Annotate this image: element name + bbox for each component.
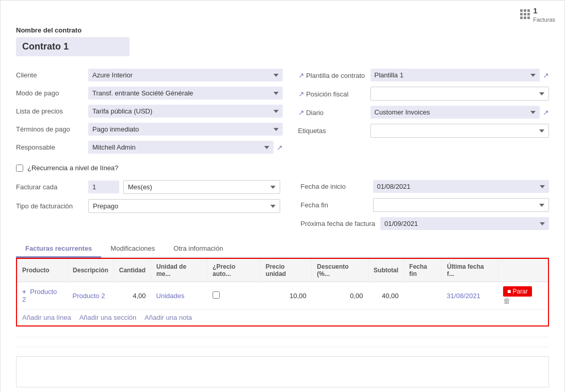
responsable-external-link-icon[interactable]: ↗ — [277, 143, 283, 152]
delete-icon[interactable]: 🗑 — [503, 297, 510, 305]
tipo-facturacion-row: Tipo de facturación Prepago — [16, 199, 280, 213]
recurrencia-checkbox[interactable] — [16, 165, 23, 172]
data-table: Producto Descripción Cantidad Unidad de … — [17, 259, 548, 309]
table-body: + Producto 2 Producto 2 4,00 Unidades — [17, 282, 548, 309]
cliente-label: Cliente — [16, 71, 83, 79]
proxima-fecha-select[interactable]: 01/09/2021 — [380, 217, 549, 230]
facturar-cada-select[interactable]: Mes(es) — [123, 180, 280, 194]
row-ultima-fecha: 31/08/2021 — [442, 282, 498, 309]
tab-otra-informacion[interactable]: Otra información — [164, 240, 232, 258]
contract-name-input[interactable] — [16, 37, 130, 56]
tab-modificaciones[interactable]: Modificaciones — [101, 240, 164, 258]
responsable-select[interactable]: Mitchell Admin — [88, 141, 273, 154]
responsable-field: Mitchell Admin ↗ — [88, 141, 283, 154]
table-container: Producto Descripción Cantidad Unidad de … — [16, 258, 549, 326]
main-content: Nombre del contrato Cliente Azure Interi… — [1, 1, 564, 392]
row-actions: ■ Parar 🗑 — [498, 282, 548, 309]
posicion-fiscal-row: ↗ Posición fiscal — [298, 87, 550, 101]
tipo-facturacion-field: Prepago — [88, 199, 280, 213]
posicion-fiscal-label: ↗ Posición fiscal — [298, 90, 365, 98]
diario-external-link-icon[interactable]: ↗ — [543, 108, 549, 117]
add-line-link[interactable]: Añadir una línea — [22, 314, 71, 321]
notes-textarea[interactable] — [16, 356, 549, 387]
add-note-link[interactable]: Añadir una nota — [144, 314, 192, 321]
row-descripcion: Producto 2 — [68, 282, 114, 309]
row-precio-unidad: 10,00 — [260, 282, 311, 309]
col-ultima-fecha: Última fecha f... — [442, 259, 498, 282]
col-subtotal: Subtotal — [368, 259, 404, 282]
row-subtotal: 40,00 — [368, 282, 404, 309]
row-descuento: 0,00 — [312, 282, 368, 309]
table-header-row: Producto Descripción Cantidad Unidad de … — [17, 259, 548, 282]
invoices-badge[interactable]: 1 Facturas — [520, 6, 555, 23]
col-descripcion: Descripción — [68, 259, 114, 282]
table-head: Producto Descripción Cantidad Unidad de … — [17, 259, 548, 282]
col-unidad-medida: Unidad de me... — [151, 259, 207, 282]
add-session-link[interactable]: Añadir una sección — [79, 314, 137, 321]
page-container: 1 Facturas Nombre del contrato Cliente A… — [0, 0, 565, 392]
plantilla-contrato-label: ↗ Plantilla de contrato — [298, 71, 365, 79]
row-descripcion-link[interactable]: Producto 2 — [73, 292, 105, 300]
fecha-fin-label: Fecha fin — [301, 201, 368, 209]
cliente-select[interactable]: Azure Interior — [88, 69, 283, 81]
lista-precios-label: Lista de precios — [16, 107, 83, 115]
cliente-field: Azure Interior — [88, 69, 283, 81]
posicion-fiscal-link-icon[interactable]: ↗ — [298, 90, 304, 98]
row-precio-auto-checkbox[interactable] — [213, 291, 220, 299]
facturar-cada-field: Mes(es) — [88, 180, 280, 194]
tipo-facturacion-select[interactable]: Prepago — [88, 199, 280, 213]
col-descuento: Descuento (%... — [312, 259, 368, 282]
col-cantidad: Cantidad — [114, 259, 151, 282]
lista-precios-row: Lista de precios Tarifa pública (USD) — [16, 105, 283, 118]
fecha-inicio-select[interactable]: 01/08/2021 — [373, 180, 550, 193]
row-producto-link[interactable]: Producto 2 — [22, 288, 57, 303]
posicion-fiscal-select[interactable] — [370, 87, 550, 101]
facturar-cada-label: Facturar cada — [16, 183, 83, 191]
fecha-fin-select[interactable] — [373, 198, 550, 212]
plantilla-contrato-row: ↗ Plantilla de contrato Plantilla 1 ↗ — [298, 69, 550, 81]
lista-precios-field: Tarifa pública (USD) — [88, 105, 283, 118]
badge-text: 1 Facturas — [533, 6, 555, 23]
plantilla-contrato-select[interactable]: Plantilla 1 — [370, 69, 540, 81]
grid-icon — [520, 9, 530, 19]
badge-label: Facturas — [533, 16, 555, 23]
fecha-fin-row: Fecha fin — [301, 198, 550, 212]
tabs-bar: Facturas recurrentes Modificaciones Otra… — [16, 240, 549, 258]
tab-facturas-recurrentes[interactable]: Facturas recurrentes — [16, 240, 101, 258]
diario-label: ↗ Diario — [298, 108, 365, 117]
modo-pago-field: Transf. entrante Société Générale — [88, 87, 283, 100]
row-fecha-fin — [404, 282, 442, 309]
row-unidad-link[interactable]: Unidades — [156, 292, 185, 300]
plantilla-contrato-field: Plantilla 1 ↗ — [370, 69, 550, 81]
row-unidad-medida: Unidades — [151, 282, 207, 309]
add-row-bar: Añadir una línea Añadir una sección Añad… — [17, 309, 548, 325]
recurrencia-label: ¿Recurrencia a nivel de línea? — [27, 164, 118, 172]
col-producto: Producto — [17, 259, 68, 282]
proxima-fecha-row: Próxima fecha de factura 01/09/2021 — [301, 217, 550, 230]
cliente-row: Cliente Azure Interior — [16, 69, 283, 81]
bottom-area — [16, 337, 549, 389]
terminos-pago-select[interactable]: Pago inmediato — [88, 123, 283, 136]
etiquetas-select[interactable] — [370, 124, 550, 138]
diario-select[interactable]: Customer Invoices — [370, 106, 540, 119]
responsable-row: Responsable Mitchell Admin ↗ — [16, 141, 283, 154]
row-precio-auto — [207, 282, 261, 309]
lista-precios-select[interactable]: Tarifa pública (USD) — [88, 105, 283, 118]
etiquetas-row: Etiquetas — [298, 124, 550, 138]
diario-link-icon[interactable]: ↗ — [298, 108, 304, 117]
terminos-pago-field: Pago inmediato — [88, 123, 283, 136]
billing-right: Fecha de inicio 01/08/2021 Fecha fin — [285, 180, 550, 230]
col-fecha-fin: Fecha fin — [404, 259, 442, 282]
contract-name-label: Nombre del contrato — [16, 26, 549, 34]
form-right: ↗ Plantilla de contrato Plantilla 1 ↗ ↗ … — [283, 69, 550, 154]
parar-button[interactable]: ■ Parar — [503, 286, 532, 297]
plantilla-contrato-external-link-icon[interactable]: ↗ — [543, 71, 549, 79]
row-producto: + Producto 2 — [17, 282, 68, 309]
facturar-cada-input[interactable] — [88, 181, 119, 193]
diario-row: ↗ Diario Customer Invoices ↗ — [298, 106, 550, 119]
row-expand-icon[interactable]: + — [22, 288, 26, 296]
modo-pago-row: Modo de pago Transf. entrante Société Gé… — [16, 87, 283, 100]
modo-pago-select[interactable]: Transf. entrante Société Générale — [88, 87, 283, 100]
plantilla-contrato-link-icon[interactable]: ↗ — [298, 71, 304, 79]
row-ultima-fecha-link[interactable]: 31/08/2021 — [447, 292, 480, 300]
